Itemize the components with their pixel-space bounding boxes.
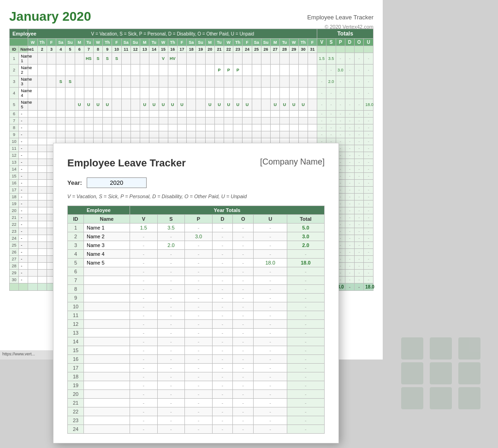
watermark-tile: [458, 362, 480, 384]
sheet-copyright: © 2020 Vertex42.com: [325, 24, 374, 29]
popup-company: [Company Name]: [260, 157, 325, 167]
watermark-tile: [430, 337, 452, 360]
popup-header: Employee Leave Tracker [Company Name]: [67, 157, 325, 169]
watermark-logo: [401, 337, 484, 420]
popup-year-label: Year:: [67, 179, 82, 186]
sheet-subtitle: Employee Leave Tracker: [307, 14, 374, 21]
popup-year-row: Year:: [67, 177, 325, 188]
watermark-tile: [458, 387, 480, 409]
watermark-tile: [401, 362, 423, 384]
watermark-tile: [430, 387, 452, 409]
watermark-tile: [401, 387, 423, 409]
watermark-tile: [458, 337, 480, 360]
watermark-tile: [430, 362, 452, 384]
popup-legend: V = Vacation, S = Sick, P = Personal, D …: [67, 194, 325, 199]
popup-modal: Employee Leave Tracker [Company Name] Ye…: [53, 143, 339, 443]
watermark-grid: [401, 337, 484, 409]
popup-table: EmployeeYear TotalsIDNameVSPDOUTotal1Nam…: [67, 206, 325, 434]
popup-title: Employee Leave Tracker: [67, 157, 186, 169]
url-bar: https://www.vert...: [0, 350, 55, 360]
popup-year-input[interactable]: [87, 177, 147, 188]
watermark-tile: [401, 337, 423, 360]
